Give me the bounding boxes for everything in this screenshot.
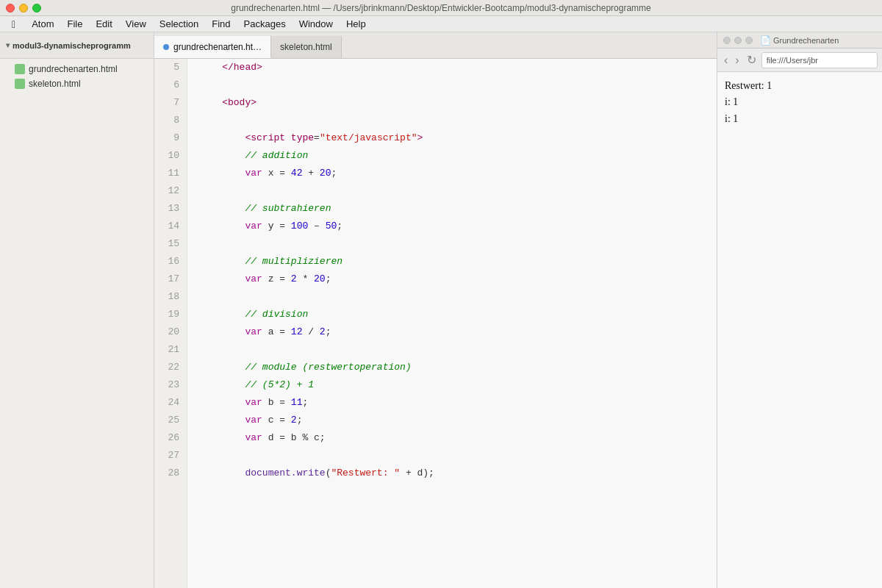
browser-panel: 📄 Grundrechenarten ‹ › ↻ file:///Users/j… bbox=[717, 32, 882, 588]
file-label-skeleton: skeleton.html bbox=[29, 79, 81, 89]
minimize-button[interactable] bbox=[19, 4, 28, 12]
browser-traffic-lights bbox=[723, 37, 753, 44]
code-line-13: // subtrahieren bbox=[199, 200, 717, 218]
line-num-26: 26 bbox=[154, 429, 187, 447]
line-num-20: 20 bbox=[154, 323, 187, 341]
sidebar-header: ▾ modul3-dynamischeprogramm bbox=[0, 32, 154, 59]
browser-forward-button[interactable]: › bbox=[733, 54, 741, 67]
tab-skeleton[interactable]: skeleton.html bbox=[271, 36, 342, 58]
project-name: modul3-dynamischeprogramm bbox=[12, 41, 131, 50]
close-button[interactable] bbox=[6, 4, 15, 12]
sidebar-item-grundrechenarten[interactable]: grundrechenarten.html bbox=[0, 62, 154, 76]
code-line-16: // multiplizieren bbox=[199, 253, 717, 270]
file-icon-grundrechenarten bbox=[15, 64, 25, 74]
tab-grundrechenarten[interactable]: grundrechenarten.ht… bbox=[154, 36, 271, 58]
code-editor[interactable]: 5 6 7 8 9 10 11 12 13 14 15 16 17 18 19 … bbox=[154, 59, 717, 588]
line-num-17: 17 bbox=[154, 270, 187, 288]
window-title: grundrechenarten.html — /Users/jbrinkman… bbox=[231, 3, 651, 13]
atom-menu[interactable]: Atom bbox=[26, 17, 60, 31]
file-icon-skeleton bbox=[15, 79, 25, 89]
line-num-7: 7 bbox=[154, 94, 187, 112]
code-line-17: var z = 2 * 20; bbox=[199, 270, 717, 288]
packages-menu[interactable]: Packages bbox=[238, 17, 292, 31]
code-line-19: // division bbox=[199, 306, 717, 323]
code-line-20: var a = 12 / 2; bbox=[199, 323, 717, 341]
address-bar[interactable]: file:///Users/jbr bbox=[761, 52, 878, 68]
find-menu[interactable]: Find bbox=[206, 17, 236, 31]
code-line-7: <body> bbox=[199, 94, 717, 112]
code-line-11: var x = 42 + 20; bbox=[199, 165, 717, 182]
file-menu[interactable]: File bbox=[61, 17, 88, 31]
line-num-12: 12 bbox=[154, 182, 187, 200]
browser-output-line-2: i: 1 bbox=[725, 94, 875, 110]
line-num-10: 10 bbox=[154, 147, 187, 165]
line-num-16: 16 bbox=[154, 253, 187, 270]
code-line-22: // module (restwertoperation) bbox=[199, 359, 717, 376]
tab-modified-indicator bbox=[163, 44, 169, 50]
main-layout: ▾ modul3-dynamischeprogramm grundrechena… bbox=[0, 32, 882, 588]
code-line-12 bbox=[199, 182, 717, 200]
window-menu[interactable]: Window bbox=[293, 17, 339, 31]
browser-fullscreen-button[interactable] bbox=[745, 37, 753, 44]
code-content: </head> <body> <script type="text/javasc… bbox=[187, 59, 717, 588]
apple-menu[interactable]:  bbox=[6, 17, 21, 32]
tab-bar: grundrechenarten.ht… skeleton.html bbox=[154, 32, 717, 59]
browser-back-button[interactable]: ‹ bbox=[722, 54, 730, 67]
code-line-23: // (5*2) + 1 bbox=[199, 376, 717, 394]
line-num-21: 21 bbox=[154, 341, 187, 359]
code-line-26: var d = b % c; bbox=[199, 429, 717, 447]
browser-output-line-3: i: 1 bbox=[725, 111, 875, 127]
sidebar-item-skeleton[interactable]: skeleton.html bbox=[0, 76, 154, 91]
edit-menu[interactable]: Edit bbox=[90, 17, 118, 31]
editor-area: grundrechenarten.ht… skeleton.html 5 6 7… bbox=[154, 32, 717, 588]
browser-favicon-area: 📄 Grundrechenarten bbox=[760, 35, 839, 46]
line-num-11: 11 bbox=[154, 165, 187, 182]
code-line-27 bbox=[199, 447, 717, 465]
code-line-18 bbox=[199, 288, 717, 306]
line-num-9: 9 bbox=[154, 129, 187, 147]
browser-reload-button[interactable]: ↻ bbox=[745, 53, 759, 67]
menu-bar:  Atom File Edit View Selection Find Pac… bbox=[0, 16, 882, 32]
tab-label-grundrechenarten: grundrechenarten.ht… bbox=[173, 42, 262, 52]
tab-label-skeleton: skeleton.html bbox=[280, 42, 332, 52]
sidebar: ▾ modul3-dynamischeprogramm grundrechena… bbox=[0, 32, 154, 588]
selection-menu[interactable]: Selection bbox=[154, 17, 204, 31]
sidebar-arrow-icon: ▾ bbox=[6, 41, 10, 49]
line-num-19: 19 bbox=[154, 306, 187, 323]
line-num-22: 22 bbox=[154, 359, 187, 376]
file-label-grundrechenarten: grundrechenarten.html bbox=[29, 64, 118, 74]
line-num-5: 5 bbox=[154, 59, 187, 76]
view-menu[interactable]: View bbox=[120, 17, 152, 31]
line-num-25: 25 bbox=[154, 412, 187, 429]
help-menu[interactable]: Help bbox=[340, 17, 372, 31]
browser-close-button[interactable] bbox=[723, 37, 731, 44]
traffic-lights bbox=[6, 4, 41, 12]
code-line-15 bbox=[199, 235, 717, 253]
browser-title-text: Grundrechenarten bbox=[773, 36, 839, 45]
line-num-14: 14 bbox=[154, 218, 187, 235]
browser-nav-bar: ‹ › ↻ file:///Users/jbr bbox=[717, 49, 882, 72]
line-num-24: 24 bbox=[154, 394, 187, 412]
code-line-21 bbox=[199, 341, 717, 359]
code-line-10: // addition bbox=[199, 147, 717, 165]
title-bar: grundrechenarten.html — /Users/jbrinkman… bbox=[0, 0, 882, 16]
code-line-6 bbox=[199, 76, 717, 94]
browser-title-bar: 📄 Grundrechenarten bbox=[717, 32, 882, 49]
line-num-6: 6 bbox=[154, 76, 187, 94]
sidebar-files: grundrechenarten.html skeleton.html bbox=[0, 59, 154, 94]
line-num-8: 8 bbox=[154, 112, 187, 129]
code-line-25: var c = 2; bbox=[199, 412, 717, 429]
address-bar-text: file:///Users/jbr bbox=[767, 56, 818, 65]
line-numbers: 5 6 7 8 9 10 11 12 13 14 15 16 17 18 19 … bbox=[154, 59, 187, 588]
browser-favicon-icon: 📄 bbox=[760, 35, 771, 46]
browser-content: Restwert: 1 i: 1 i: 1 bbox=[717, 72, 882, 133]
code-line-28: document.write("Restwert: " + d); bbox=[199, 465, 717, 482]
browser-minimize-button[interactable] bbox=[734, 37, 742, 44]
line-num-18: 18 bbox=[154, 288, 187, 306]
code-line-14: var y = 100 – 50; bbox=[199, 218, 717, 235]
fullscreen-button[interactable] bbox=[32, 4, 41, 12]
line-num-13: 13 bbox=[154, 200, 187, 218]
code-line-8 bbox=[199, 112, 717, 129]
line-num-28: 28 bbox=[154, 465, 187, 482]
code-line-24: var b = 11; bbox=[199, 394, 717, 412]
